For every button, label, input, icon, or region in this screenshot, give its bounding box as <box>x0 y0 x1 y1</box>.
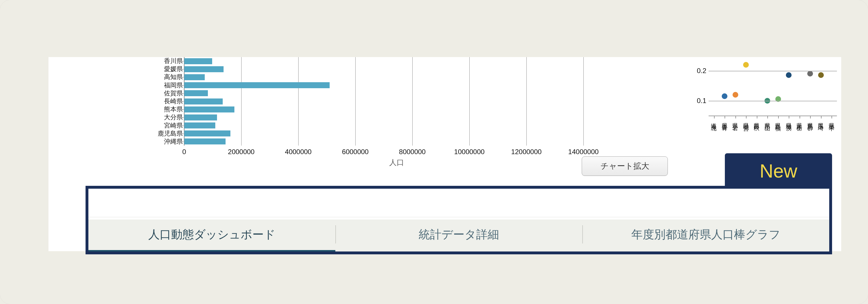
scatter-point <box>743 62 749 68</box>
tabs-whiteband <box>88 189 829 220</box>
scatter-point <box>722 93 727 99</box>
bar-chart-y-tick <box>182 61 184 61</box>
stage: 香川県愛媛県高知県福岡県佐賀県長崎県熊本県大分県宮崎県鹿児島県沖縄県 02000… <box>0 0 868 304</box>
scatter-x-tick <box>767 116 768 118</box>
scatter-point <box>807 71 813 77</box>
scatter-x-tick <box>746 116 746 118</box>
bar-chart-y-tick-label: 愛媛県 <box>93 65 183 73</box>
scatter-x-tick <box>789 116 789 118</box>
bar-chart-y-tick <box>182 69 184 70</box>
bar-chart-y-tick <box>182 126 184 126</box>
bar-chart-x-tick-label: 6000000 <box>342 148 368 156</box>
scatter-x-tick <box>778 116 779 118</box>
scatter-x-tick <box>800 116 800 118</box>
bar-chart-gridline <box>469 57 470 145</box>
bar-chart-y-tick-label: 鹿児島県 <box>93 130 183 137</box>
scatter-y-tick-label: 0.1 <box>691 97 706 105</box>
bar-chart-gridline <box>526 57 527 145</box>
dashboard-tab-label: 人口動態ダッシュボード <box>148 227 275 242</box>
dashboard-tab-1[interactable]: 統計データ詳細 <box>335 217 582 251</box>
dashboard-tabs-bar: 人口動態ダッシュボード統計データ詳細年度別都道府県人口棒グラフ <box>88 217 829 251</box>
bar-chart-x-tick-label: 10000000 <box>454 148 485 156</box>
bar-chart-y-tick-label: 宮崎県 <box>93 122 183 129</box>
bar-chart-y-tick-label: 福岡県 <box>93 82 183 89</box>
scatter-x-tick <box>724 116 725 118</box>
bar-chart-y-tick-label: 高知県 <box>93 73 183 81</box>
bar-chart-y-tick-label: 沖縄県 <box>93 138 183 145</box>
bar-chart-y-tick <box>182 117 184 118</box>
bar-chart-bar <box>184 99 223 105</box>
scatter-point <box>818 72 824 78</box>
bar-chart-bar <box>184 90 208 96</box>
scatter-point <box>733 92 738 98</box>
bar-chart-bar <box>184 131 230 136</box>
dashboard-tab-label: 統計データ詳細 <box>418 227 499 242</box>
bar-chart-bar <box>184 74 205 80</box>
scatter-gridline <box>709 101 837 101</box>
bar-chart-y-tick <box>182 85 184 86</box>
card: 香川県愛媛県高知県福岡県佐賀県長崎県熊本県大分県宮崎県鹿児島県沖縄県 02000… <box>0 0 868 304</box>
bar-chart-y-tick <box>182 101 184 102</box>
scatter-x-tick <box>832 116 832 118</box>
dashboard-tab-2[interactable]: 年度別都道府県人口棒グラフ <box>582 217 829 251</box>
prefecture-scatter-chart: 0.10.2北海道青森県岩手県宮城県秋田県山形県福島県茨城県栃木県群馬県埼玉県千… <box>689 56 837 150</box>
bar-chart-bar <box>184 114 217 120</box>
bar-chart-x-tick-label: 0 <box>182 148 186 156</box>
bar-chart-gridline <box>412 57 413 145</box>
scatter-gridline <box>709 71 837 72</box>
scatter-x-tick <box>821 116 822 118</box>
bar-chart-x-axis-title: 人口 <box>389 158 404 168</box>
bar-chart-gridline <box>355 57 355 145</box>
bar-chart-bar <box>184 122 215 129</box>
bar-chart-bar <box>184 138 225 144</box>
tab-active-underline <box>88 250 335 251</box>
scatter-x-tick <box>735 116 736 118</box>
bar-chart-y-tick <box>182 109 184 110</box>
scatter-x-tick <box>757 116 757 118</box>
bar-chart-y-tick <box>182 77 184 77</box>
bar-chart-bar <box>184 82 330 88</box>
bar-chart-y-tick-label: 長崎県 <box>93 98 183 105</box>
chart-expand-button[interactable]: チャート拡大 <box>582 157 668 176</box>
bar-chart-x-tick-label: 2000000 <box>228 148 254 156</box>
bar-chart-y-tick-label: 香川県 <box>93 57 183 65</box>
population-bar-chart: 香川県愛媛県高知県福岡県佐賀県長崎県熊本県大分県宮崎県鹿児島県沖縄県 02000… <box>93 57 620 166</box>
bar-chart-gridline <box>298 57 299 145</box>
scatter-y-tick-label: 0.2 <box>691 67 706 75</box>
dashboard-tab-0[interactable]: 人口動態ダッシュボード <box>88 217 335 251</box>
bar-chart-bar <box>184 107 235 112</box>
scatter-x-tick <box>714 116 715 118</box>
scatter-point <box>786 72 792 78</box>
bar-chart-gridline <box>241 57 242 145</box>
new-badge: New <box>725 153 832 189</box>
bar-chart-bar <box>184 58 212 64</box>
bar-chart-y-tick <box>182 134 184 134</box>
bar-chart-bar <box>184 66 223 72</box>
bar-chart-y-tick-label: 大分県 <box>93 114 183 121</box>
bar-chart-x-tick-label: 8000000 <box>399 148 426 156</box>
bar-chart-x-tick-label: 4000000 <box>285 148 311 156</box>
bar-chart-x-tick-label: 12000000 <box>511 148 542 156</box>
tabs-callout-box: New 人口動態ダッシュボード統計データ詳細年度別都道府県人口棒グラフ <box>86 186 832 254</box>
bar-chart-x-tick-label: 14000000 <box>568 148 599 156</box>
bar-chart-y-tick-label: 佐賀県 <box>93 90 183 97</box>
bar-chart-gridline <box>583 57 584 145</box>
bar-chart-y-tick-label: 熊本県 <box>93 106 183 113</box>
scatter-x-tick <box>810 116 811 118</box>
dashboard-tab-label: 年度別都道府県人口棒グラフ <box>631 227 780 242</box>
